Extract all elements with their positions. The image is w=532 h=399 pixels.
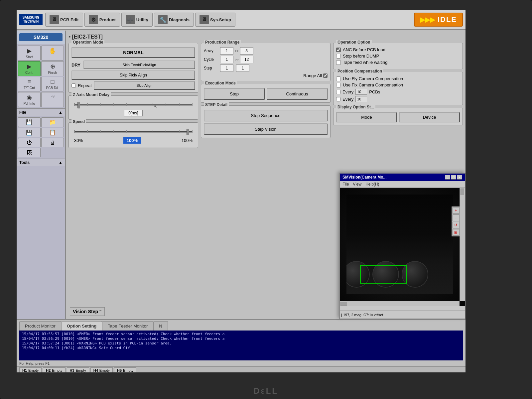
repeat-checkbox[interactable] xyxy=(71,83,76,88)
sidebar-btn-f2[interactable]: ▶ Start xyxy=(18,46,41,61)
file-icon-6[interactable]: 🖨 xyxy=(41,138,64,147)
tab-product-monitor[interactable]: Product Monitor xyxy=(19,321,61,331)
every2-checkbox[interactable] xyxy=(336,97,340,101)
z-axis-value-display: 0[ms] xyxy=(74,110,193,115)
zoom-out-btn[interactable]: - xyxy=(453,214,459,221)
sidebar-btn-pcb-dl[interactable]: □ PCB D/L xyxy=(41,77,64,91)
close-button[interactable]: × xyxy=(457,175,462,180)
scrollbar-thumb-v[interactable] xyxy=(461,189,464,195)
array-label: Array xyxy=(204,49,219,53)
samsung-logo: SAMSUNGTECHWIN xyxy=(19,14,43,25)
range-all-label: Range All xyxy=(303,73,322,78)
tab-n[interactable]: N xyxy=(153,321,168,331)
file-icon-4[interactable]: 📋 xyxy=(41,128,64,137)
continuous-button[interactable]: Continuous xyxy=(267,88,328,100)
zoom-in-btn[interactable]: + xyxy=(453,207,459,214)
s-marker-10 xyxy=(192,130,193,133)
fit-btn[interactable]: ⊞ xyxy=(453,229,459,236)
s-marker-8 xyxy=(166,130,166,133)
scrollbar-horizontal[interactable] xyxy=(340,301,460,306)
smvision-view-menu[interactable]: View xyxy=(353,182,361,187)
pcb-circles xyxy=(346,261,428,288)
array-from-input[interactable] xyxy=(220,47,233,55)
smvision-help-menu[interactable]: Help(H) xyxy=(365,182,379,187)
sidebar-btn-hand[interactable]: ✋ xyxy=(41,46,64,61)
device-button[interactable]: Device xyxy=(399,112,460,122)
every1-row: Every PCBs xyxy=(336,89,460,95)
file-icon-1[interactable]: 💾 xyxy=(18,117,41,127)
marker-6 xyxy=(140,103,140,106)
skip-feed-button[interactable]: Skip Feed/Pick/Align xyxy=(83,61,195,69)
sidebar-btn-tf-cnt[interactable]: ≡ T/F Cnt xyxy=(18,77,41,91)
tape-feed-checkbox[interactable] xyxy=(336,60,341,65)
s-marker-9 xyxy=(179,130,180,133)
sidebar-btn-cont[interactable]: ▶ Cont. xyxy=(18,61,41,76)
step-vision-button[interactable]: Step Vision xyxy=(204,123,328,135)
minimize-button[interactable]: _ xyxy=(445,175,450,180)
stop-before-checkbox[interactable] xyxy=(336,54,341,59)
tab-option-setting[interactable]: Option Setting xyxy=(61,321,102,331)
file-icon-3[interactable]: 💾 xyxy=(18,128,41,137)
sidebar-btn-finish[interactable]: ⊕ Finish xyxy=(41,61,64,76)
file-icon-5[interactable]: ⏻ xyxy=(18,138,41,147)
array-to-input[interactable] xyxy=(240,47,253,55)
skip-align-button[interactable]: Skip Align xyxy=(94,81,195,90)
skip-pick-button[interactable]: Skip Pick/ Align xyxy=(71,70,195,80)
idle-button[interactable]: ▶▶▶ IDLE xyxy=(414,13,463,27)
step-sequence-button[interactable]: Step Sequence xyxy=(204,110,328,121)
display-option-title: Display Option St... xyxy=(336,105,375,109)
vision-image xyxy=(340,188,465,306)
s-marker-3 xyxy=(100,130,101,133)
scrollbar-vertical[interactable] xyxy=(460,188,465,301)
fix-camera-label: Use Fix Camera Compensation xyxy=(343,82,403,87)
nav-utility[interactable]: ➕ Utility xyxy=(121,13,153,27)
z-axis-knob[interactable] xyxy=(77,102,80,108)
marker-1 xyxy=(74,103,75,106)
smvision-status-text: | 197, 2 mag. C7:1× offset xyxy=(341,313,383,317)
hand-icon: ✋ xyxy=(49,47,56,55)
sidebar-file-section: File ▲ xyxy=(17,108,65,116)
middle-column: Production Range Array >> Cycle >> xyxy=(201,43,331,314)
green-rect xyxy=(360,265,407,284)
exec-mode-title: Execution Mode xyxy=(204,81,237,85)
scrollbar-thumb-h[interactable] xyxy=(340,302,347,306)
mode-button[interactable]: Mode xyxy=(336,112,397,122)
nav-sys-setup[interactable]: 🖥 Sys.Setup xyxy=(195,13,235,27)
sidebar-btn-f9[interactable]: F9 xyxy=(41,92,64,107)
step-exec-button[interactable]: Step xyxy=(204,88,265,100)
marker-10 xyxy=(192,103,193,106)
speed-slider[interactable] xyxy=(74,128,193,136)
camera-view xyxy=(346,195,453,294)
cycle-from-input[interactable] xyxy=(220,56,233,63)
product-icon: ⚙ xyxy=(89,15,98,24)
smvision-file-menu[interactable]: File xyxy=(342,182,349,187)
tab-tape-feeder-monitor[interactable]: Tape Feeder Monitor xyxy=(102,321,153,331)
every2-input[interactable] xyxy=(355,96,367,102)
rotate-btn[interactable]: ↺ xyxy=(453,222,459,228)
step-to-input[interactable] xyxy=(236,65,249,72)
file-icon-2[interactable]: 📁 xyxy=(41,117,64,127)
nav-pcb-edit[interactable]: 🖥 PCB Edit xyxy=(45,13,83,27)
z-axis-slider[interactable]: ↖ xyxy=(74,101,193,109)
speed-knob[interactable] xyxy=(187,129,189,135)
range-all-checkbox[interactable] xyxy=(323,73,328,78)
speed-min-label: 30% xyxy=(74,138,83,143)
step-from-input[interactable] xyxy=(220,65,233,72)
sidebar-row-3: ≡ T/F Cnt □ PCB D/L xyxy=(18,77,64,91)
every1-checkbox[interactable] xyxy=(336,90,340,94)
file-icon-7[interactable]: 🖼 xyxy=(18,148,41,157)
fly-camera-checkbox[interactable] xyxy=(336,76,341,81)
nav-diagnosis[interactable]: 🔧 Diagnosis xyxy=(154,13,194,27)
anc-before-checkbox[interactable] xyxy=(336,48,341,52)
prod-range-title: Production Range xyxy=(204,40,241,45)
every1-input[interactable] xyxy=(355,89,367,95)
nav-product[interactable]: ⚙ Product xyxy=(84,13,120,27)
range-all-row: Range All xyxy=(204,73,328,78)
normal-button[interactable]: NORMAL xyxy=(71,47,195,58)
fix-camera-checkbox[interactable] xyxy=(336,83,341,87)
log-line-2: 15/04/17 03:56:29 [0010] <EMER> Front fe… xyxy=(22,336,460,341)
sidebar-function-buttons: ▶ Start ✋ ▶ Cont. ⊕ Finish xyxy=(17,44,65,108)
cycle-to-input[interactable] xyxy=(240,56,253,63)
maximize-button[interactable]: □ xyxy=(451,175,456,180)
sidebar-btn-pd-info[interactable]: ◉ Pd. Info xyxy=(18,92,41,107)
